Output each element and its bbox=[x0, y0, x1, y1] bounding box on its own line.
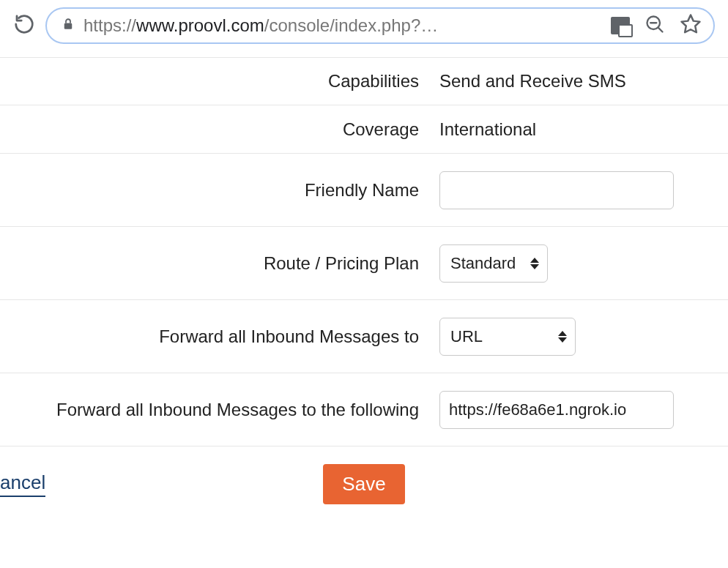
label-capabilities: Capabilities bbox=[0, 71, 439, 91]
label-forward-to: Forward all Inbound Messages to bbox=[0, 326, 439, 347]
row-forward-to: Forward all Inbound Messages to URL bbox=[0, 300, 728, 373]
cancel-link[interactable]: ancel bbox=[0, 471, 45, 497]
forward-to-select[interactable]: URL bbox=[439, 318, 576, 356]
label-forward-url: Forward all Inbound Messages to the foll… bbox=[0, 400, 439, 420]
friendly-name-input[interactable] bbox=[439, 171, 674, 209]
lock-icon bbox=[62, 16, 75, 35]
url-scheme: https:// bbox=[83, 15, 136, 36]
forward-url-input[interactable] bbox=[439, 391, 674, 429]
row-forward-url: Forward all Inbound Messages to the foll… bbox=[0, 373, 728, 446]
svg-rect-0 bbox=[64, 23, 73, 29]
settings-form: Capabilities Send and Receive SMS Covera… bbox=[0, 57, 728, 525]
route-plan-select[interactable]: Standard bbox=[439, 244, 548, 283]
urlbar-actions bbox=[611, 13, 702, 38]
reload-icon[interactable] bbox=[13, 13, 35, 38]
zoom-out-icon[interactable] bbox=[645, 14, 665, 37]
value-coverage: International bbox=[439, 119, 728, 140]
row-friendly-name: Friendly Name bbox=[0, 154, 728, 227]
save-button[interactable]: Save bbox=[323, 464, 404, 504]
row-route-plan: Route / Pricing Plan Standard bbox=[0, 227, 728, 300]
label-coverage: Coverage bbox=[0, 119, 439, 140]
row-coverage: Coverage International bbox=[0, 105, 728, 154]
browser-toolbar: https://www.proovl.com/console/index.php… bbox=[0, 0, 728, 57]
url-domain: www.proovl.com bbox=[136, 15, 264, 36]
form-actions: ancel Save bbox=[0, 446, 728, 525]
value-capabilities: Send and Receive SMS bbox=[439, 71, 728, 91]
translate-icon[interactable] bbox=[611, 17, 630, 34]
label-friendly-name: Friendly Name bbox=[0, 180, 439, 201]
url-path: /console/index.php?… bbox=[264, 15, 439, 36]
row-capabilities: Capabilities Send and Receive SMS bbox=[0, 57, 728, 105]
url-bar[interactable]: https://www.proovl.com/console/index.php… bbox=[45, 7, 715, 44]
bookmark-star-icon[interactable] bbox=[680, 13, 702, 38]
svg-line-3 bbox=[658, 28, 663, 32]
svg-marker-4 bbox=[682, 15, 700, 33]
url-text: https://www.proovl.com/console/index.php… bbox=[83, 15, 602, 36]
label-route-plan: Route / Pricing Plan bbox=[0, 253, 439, 274]
